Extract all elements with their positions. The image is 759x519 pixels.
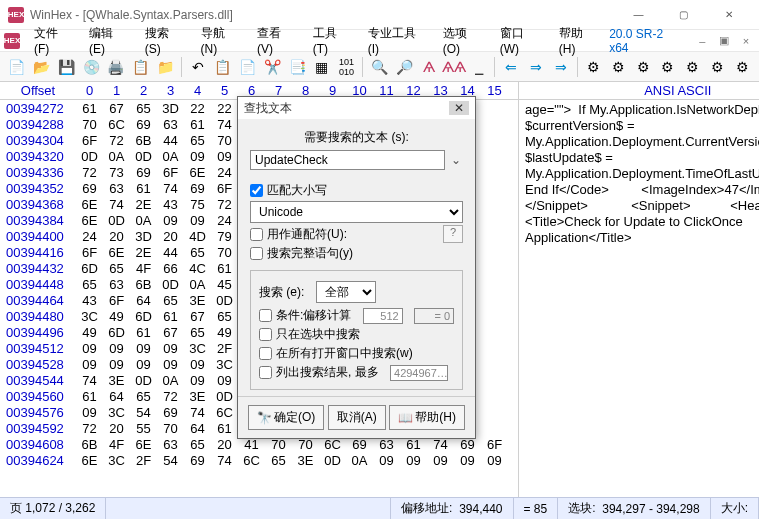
- hex-byte[interactable]: 6C: [238, 453, 265, 468]
- hex-byte[interactable]: 3C: [103, 405, 130, 420]
- hex-byte[interactable]: 09: [157, 357, 184, 372]
- menu-edit[interactable]: 编辑(E): [83, 23, 135, 58]
- wildcard-char-box[interactable]: ?: [443, 225, 463, 243]
- hex-byte[interactable]: 6E: [76, 213, 103, 228]
- hex-byte[interactable]: 09: [211, 149, 238, 164]
- properties-icon[interactable]: 📋: [130, 56, 152, 78]
- hex-byte[interactable]: 72: [76, 421, 103, 436]
- hex-byte[interactable]: 6E: [184, 165, 211, 180]
- hex-byte[interactable]: 0D: [103, 213, 130, 228]
- paste-icon[interactable]: 📄: [237, 56, 259, 78]
- menu-window[interactable]: 窗口(W): [494, 23, 549, 58]
- hex-byte[interactable]: 20: [211, 437, 238, 452]
- hex-byte[interactable]: 72: [157, 389, 184, 404]
- hex-byte[interactable]: 09: [130, 357, 157, 372]
- maximize-button[interactable]: ▢: [661, 1, 706, 29]
- hex-byte[interactable]: 3C: [184, 341, 211, 356]
- hex-byte[interactable]: 6E: [76, 197, 103, 212]
- ascii-body[interactable]: age=""> If My.Application.IsNetworkDeplo…: [519, 100, 759, 248]
- hex-byte[interactable]: 6B: [130, 277, 157, 292]
- find-text-icon[interactable]: Ѧ: [418, 56, 440, 78]
- hex-byte[interactable]: 69: [184, 453, 211, 468]
- encoding-select[interactable]: Unicode: [250, 201, 463, 223]
- hex-byte[interactable]: 65: [184, 437, 211, 452]
- hex-byte[interactable]: 0D: [211, 293, 238, 308]
- open-icon[interactable]: 📂: [31, 56, 53, 78]
- hex-byte[interactable]: 43: [76, 293, 103, 308]
- mdi-restore-icon[interactable]: ▣: [715, 32, 733, 50]
- hex-byte[interactable]: 74: [211, 117, 238, 132]
- hex-byte[interactable]: 44: [157, 133, 184, 148]
- hex-byte[interactable]: 09: [184, 357, 211, 372]
- hex-byte[interactable]: 72: [211, 197, 238, 212]
- ok-button[interactable]: 🔭确定(O): [248, 405, 324, 430]
- hex-byte[interactable]: 4C: [184, 261, 211, 276]
- hex-byte[interactable]: 3D: [157, 101, 184, 116]
- hex-byte[interactable]: 0D: [76, 149, 103, 164]
- hex-byte[interactable]: 09: [157, 213, 184, 228]
- hex-byte[interactable]: 3E: [184, 389, 211, 404]
- hex-byte[interactable]: 3E: [292, 453, 319, 468]
- up-icon[interactable]: ⇒: [550, 56, 572, 78]
- hex-byte[interactable]: 6F: [103, 293, 130, 308]
- replace-icon[interactable]: ѦѦ: [443, 56, 465, 78]
- hex-byte[interactable]: 61: [211, 261, 238, 276]
- hex-byte[interactable]: 65: [130, 389, 157, 404]
- hex-byte[interactable]: 69: [76, 181, 103, 196]
- hex-byte[interactable]: 6F: [157, 165, 184, 180]
- hex-byte[interactable]: 09: [373, 453, 400, 468]
- copy-icon[interactable]: 📋: [212, 56, 234, 78]
- hex-byte[interactable]: 09: [76, 405, 103, 420]
- hex-byte[interactable]: 09: [184, 149, 211, 164]
- hex-byte[interactable]: 72: [76, 165, 103, 180]
- hex-byte[interactable]: 73: [103, 165, 130, 180]
- hex-byte[interactable]: 70: [76, 117, 103, 132]
- hex-byte[interactable]: 6B: [76, 437, 103, 452]
- hex-byte[interactable]: 63: [103, 181, 130, 196]
- hex-byte[interactable]: 49: [76, 325, 103, 340]
- wildcards-checkbox[interactable]: [250, 228, 263, 241]
- hex-byte[interactable]: 09: [103, 357, 130, 372]
- hex-byte[interactable]: 24: [76, 229, 103, 244]
- hex-byte[interactable]: 0A: [184, 277, 211, 292]
- hex-byte[interactable]: 44: [157, 245, 184, 260]
- help-button[interactable]: 📖帮助(H): [389, 405, 465, 430]
- menu-help[interactable]: 帮助(H): [553, 23, 605, 58]
- cond-eq-input[interactable]: = 0: [414, 308, 454, 324]
- hex-byte[interactable]: 4F: [103, 437, 130, 452]
- hex-byte[interactable]: 6C: [103, 117, 130, 132]
- hex-row[interactable]: 003946246E3C2F5469746C653E0D0A0909090909: [0, 452, 518, 468]
- hex-byte[interactable]: 09: [427, 453, 454, 468]
- hex-byte[interactable]: 09: [454, 453, 481, 468]
- hex-byte[interactable]: 61: [211, 421, 238, 436]
- hex-byte[interactable]: 09: [76, 341, 103, 356]
- hex-byte[interactable]: 20: [103, 229, 130, 244]
- folder-icon[interactable]: 📁: [155, 56, 177, 78]
- all-windows-checkbox[interactable]: [259, 347, 272, 360]
- dialog-title-bar[interactable]: 查找文本 ✕: [238, 97, 475, 119]
- tool6-icon[interactable]: ⚙: [706, 56, 728, 78]
- hex-byte[interactable]: 61: [157, 309, 184, 324]
- hex-byte[interactable]: 74: [76, 373, 103, 388]
- hex-byte[interactable]: 0A: [157, 149, 184, 164]
- hex-byte[interactable]: 0A: [103, 149, 130, 164]
- hex-byte[interactable]: 6E: [103, 245, 130, 260]
- block-icon[interactable]: ▦: [311, 56, 333, 78]
- hex-byte[interactable]: 6F: [481, 437, 508, 452]
- hex-byte[interactable]: 22: [184, 101, 211, 116]
- dialog-close-button[interactable]: ✕: [449, 101, 469, 115]
- save-icon[interactable]: 💾: [56, 56, 78, 78]
- hex-byte[interactable]: 2E: [130, 197, 157, 212]
- minimize-button[interactable]: —: [616, 1, 661, 29]
- hex-byte[interactable]: 61: [76, 389, 103, 404]
- hex-byte[interactable]: 69: [130, 165, 157, 180]
- menu-nav[interactable]: 导航(N): [195, 23, 247, 58]
- list-hits-checkbox[interactable]: [259, 366, 272, 379]
- hex-byte[interactable]: 61: [184, 117, 211, 132]
- hex-byte[interactable]: 74: [184, 405, 211, 420]
- hex-byte[interactable]: 43: [157, 197, 184, 212]
- hex-byte[interactable]: 69: [157, 405, 184, 420]
- hex-byte[interactable]: 63: [103, 277, 130, 292]
- menu-options[interactable]: 选项(O): [437, 23, 490, 58]
- cut-icon[interactable]: ✂️: [261, 56, 283, 78]
